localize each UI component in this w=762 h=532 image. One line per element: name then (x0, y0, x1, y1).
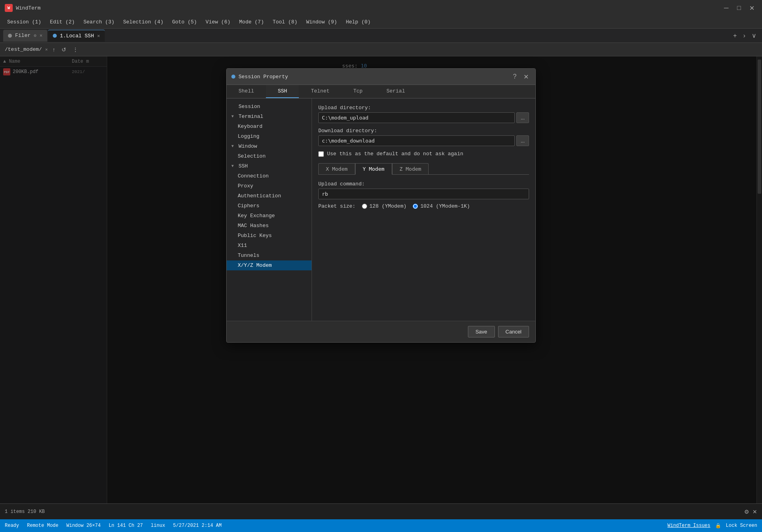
tree-item-window[interactable]: ▼ Window (227, 141, 312, 151)
modal-content: Upload directory: ... Download directory… (312, 98, 535, 321)
menu-view[interactable]: View (6) (202, 17, 234, 27)
menu-mode[interactable]: Mode (7) (235, 17, 268, 27)
status-remote-mode: Remote Mode (27, 523, 58, 528)
modem-tab-x[interactable]: X Modem (318, 163, 355, 174)
tab-telnet[interactable]: Telnet (299, 85, 341, 98)
tab-add-button[interactable]: + (731, 31, 739, 40)
lock-screen-label[interactable]: Lock Screen (726, 523, 757, 528)
tree-item-authentication[interactable]: Authentication (227, 191, 312, 201)
tab-chevron-right[interactable]: › (741, 31, 748, 40)
bottom-close-button[interactable]: ✕ (752, 509, 757, 515)
menu-bar: Session (1) Edit (2) Search (3) Selectio… (0, 16, 762, 29)
tree-item-selection[interactable]: Selection (227, 151, 312, 161)
status-bar-right: WindTerm Issues 🔒 Lock Screen (668, 523, 757, 529)
path-text: /test_modem/ (5, 46, 42, 52)
tab-shell[interactable]: Shell (227, 85, 266, 98)
main-area: ▲ Name Date m PDF 200KB.pdf 2021/ sses: … (0, 56, 762, 503)
menu-edit[interactable]: Edit (2) (46, 17, 79, 27)
menu-search[interactable]: Search (3) (79, 17, 118, 27)
modal-tree: Session ▼ Terminal Keyboard Logging ▼ Wi (227, 98, 312, 321)
tab-filer-close[interactable]: ✕ (40, 33, 42, 39)
tab-ssh-dot (53, 34, 57, 38)
tree-item-tunnels[interactable]: Tunnels (227, 251, 312, 260)
packet-1024-radio[interactable] (413, 204, 418, 209)
modal-title-controls: ? ✕ (510, 72, 531, 81)
tab-serial[interactable]: Serial (375, 85, 417, 98)
tree-item-proxy[interactable]: Proxy (227, 181, 312, 191)
tab-bar-end: + › ∨ (731, 31, 759, 40)
modal-body: Session ▼ Terminal Keyboard Logging ▼ Wi (227, 98, 535, 321)
tab-chevron-down[interactable]: ∨ (749, 31, 759, 40)
packet-size-row: Packet size: 128 (YModem) 1024 (YModem-1… (318, 203, 529, 209)
tab-filer-settings-icon[interactable]: ⚙ (34, 33, 37, 38)
tree-item-session[interactable]: Session (227, 102, 312, 112)
tab-tcp[interactable]: Tcp (341, 85, 374, 98)
bottom-bar: 1 items 210 KB ⚙ ✕ (0, 503, 762, 519)
menu-window[interactable]: Window (9) (302, 17, 341, 27)
tree-item-ciphers[interactable]: Ciphers (227, 201, 312, 211)
cancel-button[interactable]: Cancel (498, 326, 529, 337)
packet-1024-option[interactable]: 1024 (YModem-1K) (413, 203, 470, 209)
tree-item-xyz-modem[interactable]: X/Y/Z Modem (227, 260, 312, 270)
default-checkbox[interactable] (318, 151, 324, 157)
packet-128-radio[interactable] (362, 204, 367, 209)
tree-item-keyboard[interactable]: Keyboard (227, 121, 312, 131)
modem-tabs: X Modem Y Modem Z Modem (318, 163, 529, 175)
menu-help[interactable]: Help (0) (342, 17, 374, 27)
menu-tool[interactable]: Tool (8) (269, 17, 301, 27)
path-up-button[interactable]: ↑ (51, 46, 57, 54)
status-window-size: Window 26×74 (66, 523, 100, 528)
packet-size-label: Packet size: (318, 203, 356, 209)
packet-128-option[interactable]: 128 (YModem) (362, 203, 407, 209)
modal-close-button[interactable]: ✕ (521, 72, 531, 81)
modal-help-button[interactable]: ? (510, 72, 520, 81)
windterm-issues-link[interactable]: WindTerm Issues (668, 523, 710, 528)
minimize-button[interactable]: ─ (721, 2, 732, 13)
upload-directory-input[interactable] (318, 112, 515, 123)
tree-item-terminal[interactable]: ▼ Terminal (227, 112, 312, 121)
title-bar: W WindTerm ─ □ ✕ (0, 0, 762, 16)
bottom-gear-button[interactable]: ⚙ (744, 509, 749, 515)
upload-command-input[interactable] (318, 189, 529, 199)
tab-filer-dot (8, 34, 12, 38)
tab-ssh[interactable]: SSH (266, 85, 299, 98)
save-button[interactable]: Save (468, 326, 495, 337)
modem-tab-y[interactable]: Y Modem (355, 163, 392, 175)
tree-expand-window: ▼ (231, 144, 236, 148)
tree-item-mac-hashes[interactable]: MAC Hashes (227, 221, 312, 231)
menu-selection[interactable]: Selection (4) (119, 17, 167, 27)
tab-local-ssh-label: 1.Local SSH (60, 33, 94, 39)
path-refresh-button[interactable]: ↺ (60, 46, 68, 54)
tree-item-logging[interactable]: Logging (227, 131, 312, 141)
path-more-button[interactable]: ⋮ (71, 46, 80, 54)
app-icon: W (5, 4, 13, 12)
tree-item-x11[interactable]: X11 (227, 241, 312, 251)
app-title: WindTerm (16, 5, 40, 11)
tab-filer[interactable]: Filer ⚙ ✕ (3, 30, 47, 42)
browse-upload-button[interactable]: ... (516, 112, 529, 123)
window-close-button[interactable]: ✕ (746, 2, 757, 13)
download-directory-label: Download directory: (318, 128, 529, 134)
download-directory-input[interactable] (318, 135, 515, 146)
modal-tabs: Shell SSH Telnet Tcp Serial (227, 85, 535, 98)
tree-expand-ssh: ▼ (231, 164, 236, 168)
upload-directory-label: Upload directory: (318, 105, 529, 111)
browse-download-button[interactable]: ... (516, 135, 529, 146)
maximize-button[interactable]: □ (733, 2, 745, 13)
tree-item-public-keys[interactable]: Public Keys (227, 231, 312, 241)
upload-directory-row: Upload directory: ... (318, 105, 529, 123)
tree-item-connection[interactable]: Connection (227, 171, 312, 181)
menu-session[interactable]: Session (1) (3, 17, 45, 27)
tree-item-ssh[interactable]: ▼ SSH (227, 161, 312, 171)
items-count: 1 items 210 KB (5, 509, 45, 515)
tree-item-key-exchange[interactable]: Key Exchange (227, 211, 312, 221)
modal-title-text: Session Property (239, 74, 507, 80)
menu-goto[interactable]: Goto (5) (168, 17, 201, 27)
status-ready: Ready (5, 523, 19, 528)
modem-tabs-container: X Modem Y Modem Z Modem Upload command: (318, 163, 529, 211)
tab-local-ssh[interactable]: 1.Local SSH ✕ (48, 30, 105, 42)
modem-content: Upload command: Packet size: 128 (YModem… (318, 176, 529, 211)
modem-tab-z[interactable]: Z Modem (392, 163, 429, 174)
tab-ssh-close[interactable]: ✕ (97, 33, 100, 39)
packet-128-label: 128 (YModem) (369, 203, 407, 209)
